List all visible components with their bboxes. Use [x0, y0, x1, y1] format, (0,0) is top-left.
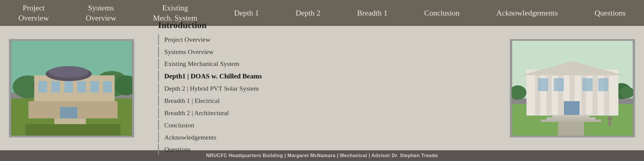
toc-item: Project Overview — [158, 34, 262, 45]
nav-item-depth2[interactable]: Depth 2 — [290, 5, 326, 21]
svg-rect-37 — [564, 101, 580, 115]
left-building-image — [9, 39, 134, 137]
nav-item-questions[interactable]: Questions — [589, 5, 631, 21]
nav-item-depth1[interactable]: Depth 1 — [228, 5, 265, 21]
nav-item-breadth1[interactable]: Breadth 1 — [351, 5, 394, 21]
intro-title: Introduction — [158, 20, 207, 30]
toc-item: Breadth 1 | Electrical — [158, 95, 262, 106]
right-building-image — [510, 39, 635, 137]
toc-item: Questions — [158, 144, 262, 155]
svg-rect-43 — [609, 120, 611, 126]
toc-item: Acknowledgements — [158, 132, 262, 143]
svg-rect-34 — [554, 78, 564, 91]
svg-rect-39 — [547, 117, 595, 120]
main-content: Introduction Project OverviewSystems Ove… — [0, 26, 644, 150]
toc-item: Breadth 2 | Architectural — [158, 108, 262, 119]
toc-item: Existing Mechanical System — [158, 58, 262, 69]
svg-rect-16 — [60, 107, 77, 118]
svg-rect-9 — [38, 81, 47, 92]
nav-item-project-overview[interactable]: ProjectOverview — [13, 0, 55, 26]
svg-rect-36 — [598, 78, 609, 91]
nav-item-conclusion[interactable]: Conclusion — [418, 5, 465, 21]
svg-rect-30 — [592, 75, 597, 115]
svg-rect-33 — [538, 78, 548, 91]
center-content: Introduction Project OverviewSystems Ove… — [134, 20, 510, 156]
svg-point-8 — [49, 66, 89, 78]
svg-rect-40 — [541, 120, 601, 122]
nav-item-systems-overview[interactable]: SystemsOverview — [80, 0, 122, 26]
svg-rect-11 — [64, 81, 73, 92]
toc-item: Depth1 | DOAS w. Chilled Beams — [158, 71, 262, 82]
svg-rect-35 — [583, 78, 593, 91]
toc-list: Project OverviewSystems OverviewExisting… — [158, 34, 262, 156]
svg-point-42 — [608, 116, 612, 120]
toc-item: Depth 2 | Hybrid PVT Solar System — [158, 83, 262, 94]
toc-item: Systems Overview — [158, 47, 262, 58]
svg-rect-41 — [558, 122, 584, 135]
svg-rect-18 — [26, 124, 120, 136]
svg-rect-13 — [90, 81, 99, 92]
nav-item-acknowledgements[interactable]: Acknowledgements — [490, 5, 564, 21]
svg-rect-38 — [552, 115, 590, 117]
svg-rect-10 — [52, 81, 60, 92]
svg-rect-12 — [77, 81, 86, 92]
toc-item: Conclusion — [158, 120, 262, 131]
svg-rect-14 — [103, 81, 112, 92]
